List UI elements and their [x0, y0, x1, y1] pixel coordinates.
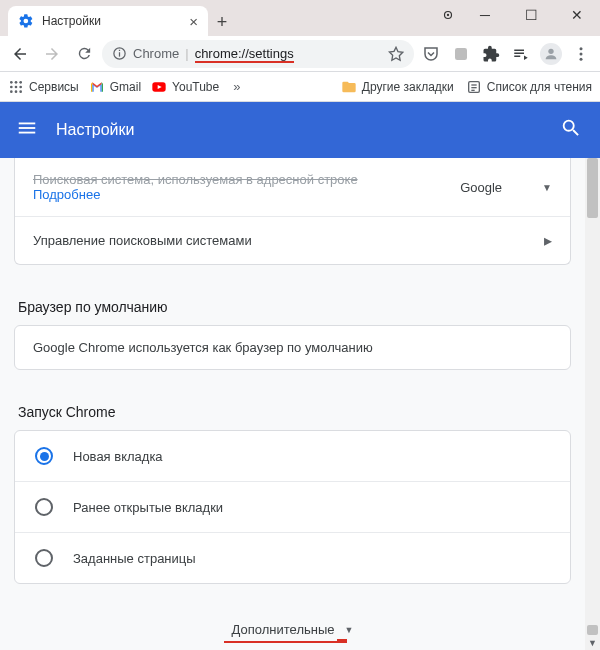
- bookmarks-bar: Сервисы Gmail YouTube » Другие закладки …: [0, 72, 600, 102]
- gmail-icon: [89, 79, 105, 95]
- window-indicator-icon: [441, 8, 455, 22]
- svg-rect-25: [19, 127, 36, 129]
- svg-rect-26: [19, 132, 36, 134]
- advanced-toggle[interactable]: Дополнительные ▼: [0, 600, 585, 650]
- manage-search-engines-label: Управление поисковыми системами: [33, 233, 544, 248]
- svg-point-13: [10, 85, 13, 88]
- tab-title: Настройки: [42, 14, 181, 28]
- youtube-icon: [151, 79, 167, 95]
- window-minimize[interactable]: ─: [462, 0, 508, 30]
- new-tab-button[interactable]: +: [208, 8, 236, 36]
- forward-button[interactable]: [38, 40, 66, 68]
- manage-search-engines[interactable]: Управление поисковыми системами ▸: [15, 216, 570, 264]
- bookmarks-overflow[interactable]: »: [229, 79, 244, 94]
- radio-selected-icon: [35, 447, 53, 465]
- other-bookmarks[interactable]: Другие закладки: [341, 79, 454, 95]
- scrollbar-thumb[interactable]: [587, 158, 598, 218]
- back-button[interactable]: [6, 40, 34, 68]
- reading-list-icon: [466, 79, 482, 95]
- settings-header: Настройки: [0, 102, 600, 158]
- svg-point-10: [10, 81, 13, 84]
- advanced-label: Дополнительные: [232, 622, 335, 637]
- svg-point-12: [19, 81, 22, 84]
- startup-option-continue[interactable]: Ранее открытые вкладки: [15, 481, 570, 532]
- scrollbar-down-arrow[interactable]: ▼: [585, 635, 600, 650]
- settings-title: Настройки: [56, 121, 560, 139]
- startup-card: Новая вкладка Ранее открытые вкладки Зад…: [14, 430, 571, 584]
- radio-icon: [35, 498, 53, 516]
- default-browser-card: Google Chrome используется как браузер п…: [14, 325, 571, 370]
- info-icon: [112, 46, 127, 61]
- browser-toolbar: Chrome | chrome://settings: [0, 36, 600, 72]
- omnibox-separator: |: [185, 46, 188, 61]
- svg-point-17: [15, 90, 18, 93]
- radio-icon: [35, 549, 53, 567]
- browser-tab[interactable]: Настройки ×: [8, 6, 208, 36]
- search-engine-desc: Поисковая система, используемая в адресн…: [33, 172, 460, 187]
- playlist-icon[interactable]: [508, 41, 534, 67]
- youtube-label: YouTube: [172, 80, 219, 94]
- startup-option-newtab[interactable]: Новая вкладка: [15, 431, 570, 481]
- gmail-label: Gmail: [110, 80, 141, 94]
- settings-content: ▼ Поисковая система, используемая в адре…: [0, 158, 600, 650]
- learn-more-link[interactable]: Подробнее: [33, 187, 100, 202]
- extensions-icon[interactable]: [478, 41, 504, 67]
- startup-option-specific[interactable]: Заданные страницы: [15, 532, 570, 583]
- chrome-menu-icon[interactable]: [568, 41, 594, 67]
- apps-shortcut[interactable]: Сервисы: [8, 79, 79, 95]
- default-browser-text: Google Chrome используется как браузер п…: [33, 340, 552, 355]
- scrollbar-thumb-bottom[interactable]: [587, 625, 598, 635]
- bookmark-youtube[interactable]: YouTube: [151, 79, 219, 95]
- svg-point-8: [580, 52, 583, 55]
- other-bookmarks-label: Другие закладки: [362, 80, 454, 94]
- omnibox-chrome-label: Chrome: [133, 46, 179, 61]
- reload-button[interactable]: [70, 40, 98, 68]
- startup-option-specific-label: Заданные страницы: [73, 551, 196, 566]
- svg-point-11: [15, 81, 18, 84]
- svg-point-15: [19, 85, 22, 88]
- bookmark-gmail[interactable]: Gmail: [89, 79, 141, 95]
- settings-gear-icon: [18, 13, 34, 29]
- svg-point-18: [19, 90, 22, 93]
- folder-icon: [341, 79, 357, 95]
- chevron-down-icon: ▼: [345, 625, 354, 635]
- extension-a-icon[interactable]: [448, 41, 474, 67]
- startup-option-newtab-label: Новая вкладка: [73, 449, 163, 464]
- svg-point-16: [10, 90, 13, 93]
- svg-point-9: [580, 57, 583, 60]
- window-maximize[interactable]: ☐: [508, 0, 554, 30]
- search-button[interactable]: [560, 117, 584, 143]
- scrollbar[interactable]: ▼: [585, 158, 600, 650]
- pocket-icon[interactable]: [418, 41, 444, 67]
- search-engine-card: Поисковая система, используемая в адресн…: [14, 158, 571, 265]
- apps-icon: [8, 79, 24, 95]
- svg-point-7: [580, 47, 583, 50]
- svg-rect-5: [455, 48, 467, 60]
- svg-point-1: [447, 14, 449, 16]
- reading-list-label: Список для чтения: [487, 80, 592, 94]
- svg-point-6: [548, 48, 553, 53]
- default-browser-heading: Браузер по умолчанию: [0, 281, 585, 325]
- svg-rect-4: [119, 50, 120, 51]
- svg-rect-3: [119, 52, 120, 56]
- omnibox[interactable]: Chrome | chrome://settings: [102, 40, 414, 68]
- profile-avatar[interactable]: [538, 41, 564, 67]
- startup-heading: Запуск Chrome: [0, 386, 585, 430]
- svg-rect-24: [19, 123, 36, 125]
- omnibox-url: chrome://settings: [195, 46, 294, 61]
- window-close[interactable]: ✕: [554, 0, 600, 30]
- menu-button[interactable]: [16, 117, 40, 143]
- reading-list[interactable]: Список для чтения: [466, 79, 592, 95]
- search-engine-select[interactable]: Google ▼: [460, 180, 552, 195]
- svg-point-14: [15, 85, 18, 88]
- chevron-right-icon: ▸: [544, 231, 552, 250]
- chevron-down-icon: ▼: [542, 182, 552, 193]
- apps-label: Сервисы: [29, 80, 79, 94]
- startup-option-continue-label: Ранее открытые вкладки: [73, 500, 223, 515]
- star-icon[interactable]: [388, 46, 404, 62]
- tab-close-icon[interactable]: ×: [189, 13, 198, 30]
- search-engine-value: Google: [460, 180, 502, 195]
